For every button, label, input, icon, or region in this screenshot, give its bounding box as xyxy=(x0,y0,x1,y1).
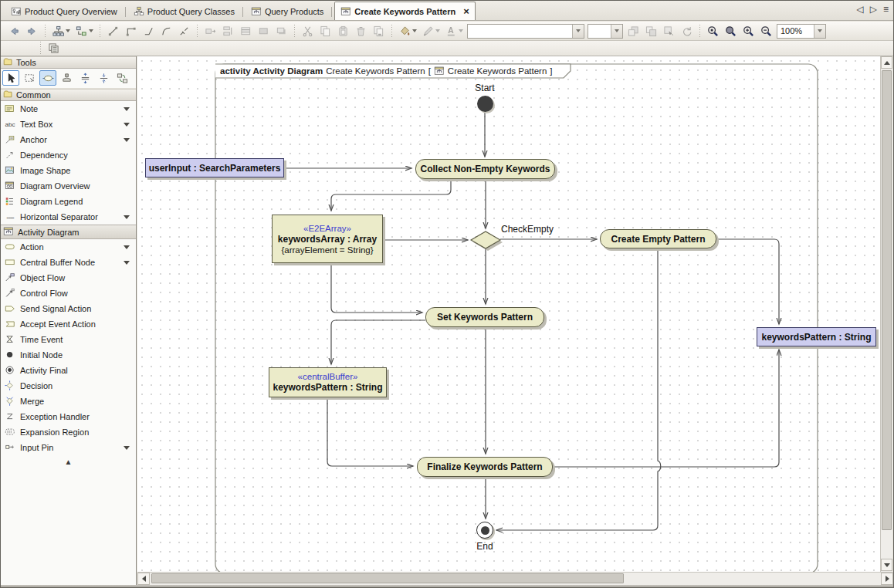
curved-path-button[interactable] xyxy=(157,23,175,39)
to-back-button[interactable] xyxy=(642,23,660,39)
palette-item-object-flow[interactable]: Object Flow xyxy=(1,270,136,286)
chevron-down-icon[interactable] xyxy=(124,138,130,142)
autosize-button[interactable] xyxy=(201,23,219,39)
forward-button[interactable] xyxy=(23,23,41,39)
chevron-down-icon[interactable] xyxy=(124,215,130,219)
palette-item-control-flow[interactable]: Control Flow xyxy=(1,286,136,301)
palette-item-input-pin[interactable]: Input Pin xyxy=(1,440,136,455)
scroll-up-button[interactable] xyxy=(881,56,892,69)
diagram-canvas[interactable]: activity Activity Diagram Create Keyword… xyxy=(137,56,882,572)
layout-tree-button[interactable] xyxy=(49,23,73,39)
chevron-down-icon[interactable] xyxy=(611,25,622,38)
vertical-scrollbar[interactable] xyxy=(880,56,892,572)
vertical-scroll-thumb[interactable] xyxy=(882,70,892,530)
palette-item-time-event[interactable]: Time Event xyxy=(1,332,136,347)
palette-item-text-box[interactable]: abcText Box xyxy=(1,117,136,132)
action-collect-keywords[interactable]: Collect Non-Empty Keywords xyxy=(415,159,555,179)
edge-createempty-to-end[interactable] xyxy=(496,248,661,530)
activity-final-node[interactable] xyxy=(476,522,493,539)
repaint-button[interactable] xyxy=(678,23,696,39)
tab-scroll-right-button[interactable]: ▷ xyxy=(870,4,877,15)
shadow-button[interactable] xyxy=(273,23,290,39)
tab-list-button[interactable]: ≡ xyxy=(883,4,889,15)
edge-createempty-to-keywordspattern[interactable] xyxy=(716,239,779,324)
show-fill-button[interactable] xyxy=(255,23,273,39)
paste-button[interactable] xyxy=(334,23,352,39)
edge-collect-to-keywordsarray[interactable] xyxy=(331,179,451,211)
tab-close-button[interactable]: × xyxy=(463,5,469,17)
tab-create-keywords-pattern[interactable]: Create Keywords Pattern× xyxy=(334,2,475,20)
palette-item-diagram-legend[interactable]: Diagram Legend xyxy=(1,194,136,209)
zoom-in-button[interactable] xyxy=(740,23,757,39)
chevron-down-icon[interactable] xyxy=(572,25,584,38)
action-finalize-keywords-pattern[interactable]: Finalize Keywords Pattern xyxy=(417,457,553,477)
zoom-out-button[interactable] xyxy=(757,23,775,39)
select-in-tree-button[interactable] xyxy=(660,23,678,39)
font-family-combo[interactable] xyxy=(467,24,584,39)
palette-item-image-shape[interactable]: Image Shape xyxy=(1,163,136,178)
palette-item-dependency[interactable]: Dependency xyxy=(1,147,136,163)
selection-tool[interactable] xyxy=(2,70,19,86)
chevron-down-icon[interactable] xyxy=(814,25,825,38)
palette-scroll-up-button[interactable]: ▲ xyxy=(1,455,136,466)
palette-item-central-buffer-node[interactable]: Central Buffer Node xyxy=(1,255,136,270)
object-node-userinput[interactable]: userInput : SearchParameters xyxy=(145,158,284,177)
bent-path-button[interactable] xyxy=(140,23,157,39)
zoom-fit-button[interactable] xyxy=(722,23,740,39)
scroll-left-button[interactable] xyxy=(137,573,150,585)
action-create-empty-pattern[interactable]: Create Empty Pattern xyxy=(600,229,716,248)
font-size-combo[interactable] xyxy=(588,24,623,39)
pen-color-button[interactable] xyxy=(419,23,442,39)
activity-diagram-section-header[interactable]: Activity Diagram xyxy=(1,225,136,239)
delete-button[interactable] xyxy=(352,23,370,39)
palette-item-send-signal-action[interactable]: Send Signal Action xyxy=(1,301,136,316)
fill-color-button[interactable] xyxy=(396,23,419,39)
compartments-button[interactable] xyxy=(237,23,255,39)
to-front-button[interactable] xyxy=(625,23,642,39)
central-buffer-keywordsarray[interactable]: «E2EArray» keywordsArray : Array {arrayE… xyxy=(272,215,383,263)
chevron-down-icon[interactable] xyxy=(124,123,130,127)
object-node-keywordspattern[interactable]: keywordsPattern : String xyxy=(757,327,876,346)
edge-keywordsarray-to-setkeywords[interactable] xyxy=(331,263,422,313)
palette-item-horizontal-separator[interactable]: ----Horizontal Separator xyxy=(1,209,136,225)
palette-item-note[interactable]: Note xyxy=(1,101,136,117)
oblique-path-button[interactable] xyxy=(104,23,122,39)
lasso-selection-tool[interactable] xyxy=(21,70,38,86)
tab-scroll-left-button[interactable]: ◁ xyxy=(857,4,864,15)
tab-product-query-overview[interactable]: Product Query Overview xyxy=(5,3,123,20)
tab-product-query-classes[interactable]: Product Query Classes xyxy=(128,3,240,20)
zoom-actual-button[interactable] xyxy=(704,23,722,39)
cut-button[interactable] xyxy=(299,23,317,39)
scroll-right-button[interactable] xyxy=(881,573,893,585)
chevron-down-icon[interactable] xyxy=(124,107,130,111)
edge-centralbuffer-to-finalize[interactable] xyxy=(327,397,413,466)
palette-item-exception-handler[interactable]: Exception Handler xyxy=(1,409,136,424)
palette-item-anchor[interactable]: Anchor xyxy=(1,132,136,147)
zoom-combo[interactable]: 100% xyxy=(777,24,826,39)
path-break-button[interactable] xyxy=(175,23,193,39)
compress-vertical-tool[interactable] xyxy=(95,70,112,86)
tools-section-header[interactable]: Tools xyxy=(1,56,136,69)
palette-item-diagram-overview[interactable]: Diagram Overview xyxy=(1,178,136,194)
horizontal-scrollbar[interactable] xyxy=(137,572,894,585)
action-set-keywords-pattern[interactable]: Set Keywords Pattern xyxy=(425,307,544,327)
chevron-down-icon[interactable] xyxy=(124,261,130,265)
font-color-button[interactable]: A xyxy=(442,23,466,39)
same-size-button[interactable] xyxy=(219,23,237,39)
link-tool[interactable] xyxy=(39,70,56,86)
edge-finalize-to-keywordspattern[interactable] xyxy=(553,350,779,467)
distribute-vertical-tool[interactable] xyxy=(76,70,93,86)
chevron-down-icon[interactable] xyxy=(124,446,130,450)
horizontal-scroll-thumb[interactable] xyxy=(151,573,624,583)
rectilinear-path-button[interactable] xyxy=(122,23,140,39)
palette-item-expansion-region[interactable]: Expansion Region xyxy=(1,424,136,440)
common-section-header[interactable]: Common xyxy=(1,89,136,101)
palette-item-activity-final[interactable]: Activity Final xyxy=(1,363,136,378)
quick-layout-button[interactable] xyxy=(73,23,96,39)
tab-query-products[interactable]: Query Products xyxy=(246,3,329,20)
scroll-down-button[interactable] xyxy=(881,559,892,571)
swap-elements-tool[interactable] xyxy=(113,70,130,86)
copy-format-button[interactable] xyxy=(370,23,388,39)
chevron-down-icon[interactable] xyxy=(124,245,130,249)
palette-item-merge[interactable]: Merge xyxy=(1,394,136,409)
